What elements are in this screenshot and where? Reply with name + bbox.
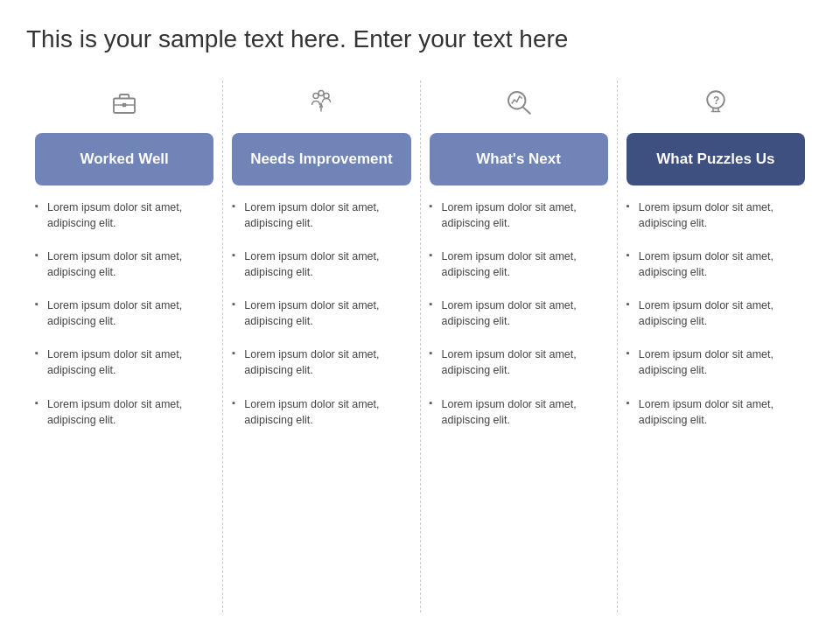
briefcase-icon: [108, 87, 140, 118]
svg-rect-2: [122, 102, 127, 107]
columns-wrapper: Worked Well Lorem ipsum dolor sit amet, …: [26, 80, 814, 612]
list-item: Lorem ipsum dolor sit amet, adipiscing e…: [232, 396, 410, 428]
icon-area-2: [305, 80, 337, 124]
svg-point-5: [324, 93, 329, 98]
icon-area-3: [503, 80, 535, 124]
brain-icon: ?: [700, 87, 732, 118]
list-item: Lorem ipsum dolor sit amet, adipiscing e…: [430, 200, 608, 231]
column-header-whats-next: What's Next: [430, 133, 608, 186]
list-item: Lorem ipsum dolor sit amet, adipiscing e…: [430, 346, 608, 378]
bullet-list-whats-next: Lorem ipsum dolor sit amet, adipiscing e…: [430, 200, 608, 445]
column-header-what-puzzles-us: What Puzzles Us: [626, 133, 805, 186]
list-item: Lorem ipsum dolor sit amet, adipiscing e…: [626, 248, 805, 280]
svg-point-4: [318, 90, 324, 95]
list-item: Lorem ipsum dolor sit amet, adipiscing e…: [35, 248, 214, 280]
list-item: Lorem ipsum dolor sit amet, adipiscing e…: [232, 346, 410, 378]
list-item: Lorem ipsum dolor sit amet, adipiscing e…: [626, 298, 805, 329]
list-item: Lorem ipsum dolor sit amet, adipiscing e…: [35, 298, 214, 329]
column-worked-well: Worked Well Lorem ipsum dolor sit amet, …: [26, 80, 223, 612]
list-item: Lorem ipsum dolor sit amet, adipiscing e…: [626, 346, 805, 378]
list-item: Lorem ipsum dolor sit amet, adipiscing e…: [430, 298, 608, 329]
list-item: Lorem ipsum dolor sit amet, adipiscing e…: [232, 200, 410, 231]
list-item: Lorem ipsum dolor sit amet, adipiscing e…: [35, 396, 214, 428]
svg-point-3: [313, 93, 318, 98]
icon-area-1: [108, 80, 140, 124]
svg-line-8: [522, 107, 529, 114]
list-item: Lorem ipsum dolor sit amet, adipiscing e…: [35, 346, 214, 378]
list-item: Lorem ipsum dolor sit amet, adipiscing e…: [430, 396, 608, 428]
page-title: This is your sample text here. Enter you…: [26, 24, 814, 54]
bullet-list-needs-improvement: Lorem ipsum dolor sit amet, adipiscing e…: [232, 200, 410, 445]
bullet-list-what-puzzles-us: Lorem ipsum dolor sit amet, adipiscing e…: [626, 200, 805, 445]
search-chart-icon: [503, 87, 535, 118]
column-whats-next: What's Next Lorem ipsum dolor sit amet, …: [421, 80, 618, 612]
list-item: Lorem ipsum dolor sit amet, adipiscing e…: [626, 200, 805, 231]
column-header-needs-improvement: Needs Improvement: [232, 133, 410, 186]
column-header-worked-well: Worked Well: [35, 133, 214, 186]
list-item: Lorem ipsum dolor sit amet, adipiscing e…: [626, 396, 805, 428]
people-chart-icon: [305, 87, 337, 118]
bullet-list-worked-well: Lorem ipsum dolor sit amet, adipiscing e…: [35, 200, 214, 445]
list-item: Lorem ipsum dolor sit amet, adipiscing e…: [430, 248, 608, 280]
list-item: Lorem ipsum dolor sit amet, adipiscing e…: [35, 200, 214, 231]
page: This is your sample text here. Enter you…: [0, 0, 840, 630]
column-what-puzzles-us: ? What Puzzles Us Lorem ipsum dolor sit …: [618, 80, 814, 612]
svg-text:?: ?: [713, 94, 719, 106]
column-needs-improvement: Needs Improvement Lorem ipsum dolor sit …: [223, 80, 420, 612]
list-item: Lorem ipsum dolor sit amet, adipiscing e…: [232, 298, 410, 329]
icon-area-4: ?: [700, 80, 732, 124]
list-item: Lorem ipsum dolor sit amet, adipiscing e…: [232, 248, 410, 280]
